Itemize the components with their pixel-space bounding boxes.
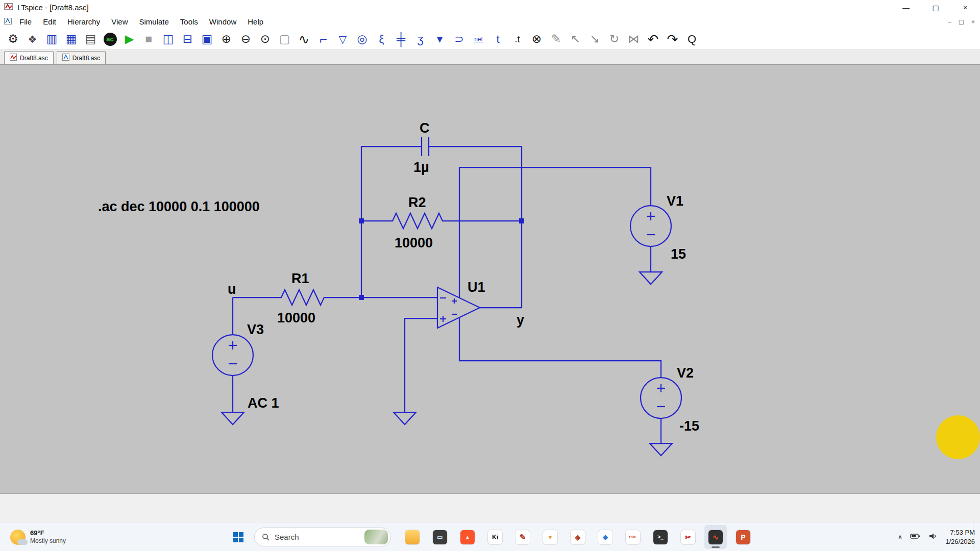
- v1-name-label[interactable]: V1: [667, 193, 683, 209]
- source-V2[interactable]: [641, 378, 681, 456]
- v2-name-label[interactable]: V2: [677, 365, 694, 381]
- clock[interactable]: 7:53 PM 1/26/2026: [945, 528, 975, 546]
- zoom-full-extents-icon[interactable]: ⊙: [256, 30, 274, 48]
- zoom-in-icon[interactable]: ⊕: [217, 30, 235, 48]
- u1-name-label[interactable]: U1: [468, 280, 485, 295]
- mdi-close-button[interactable]: ×: [971, 18, 975, 26]
- taskbar-app-ltspice[interactable]: ∿: [704, 525, 727, 549]
- inductor-icon[interactable]: ʒ: [411, 30, 429, 48]
- undo-icon[interactable]: ↶: [644, 30, 662, 48]
- zoom-out-icon[interactable]: ⊖: [237, 30, 255, 48]
- v1-value-label[interactable]: 15: [671, 246, 686, 262]
- wire-vminus[interactable]: [459, 317, 661, 378]
- drag-icon[interactable]: ↘: [586, 30, 604, 48]
- spice-directive-text[interactable]: .ac dec 10000 0.1 100000: [98, 199, 260, 214]
- ac-analysis-icon[interactable]: ac: [101, 30, 119, 48]
- taskbar-app-brave-browser[interactable]: ▲: [456, 525, 479, 549]
- ground-plus-input[interactable]: [394, 412, 416, 424]
- menu-help[interactable]: Help: [242, 17, 269, 26]
- save-icon[interactable]: ▦: [62, 30, 80, 48]
- mdi-restore-button[interactable]: ▢: [959, 18, 964, 26]
- show-desktop-button[interactable]: [973, 522, 975, 551]
- ground-icon[interactable]: ▽: [334, 30, 352, 48]
- search-icon[interactable]: Q: [683, 30, 701, 48]
- mdi-minimize-button[interactable]: –: [948, 18, 951, 26]
- component-icon[interactable]: ⊃: [450, 30, 468, 48]
- tile-vertical-icon[interactable]: ◫: [159, 30, 177, 48]
- search-box[interactable]: Search: [254, 528, 391, 546]
- net-label-y[interactable]: y: [517, 312, 524, 328]
- net-label-u[interactable]: u: [228, 282, 236, 297]
- pan-icon[interactable]: ▢: [276, 30, 293, 48]
- schematic-canvas[interactable]: .ac dec 10000 0.1 100000 C 1µ R2 10000 R…: [0, 65, 980, 493]
- r1-value-label[interactable]: 10000: [277, 310, 315, 325]
- mirror-icon[interactable]: ⋈: [625, 30, 643, 48]
- menu-file[interactable]: File: [14, 17, 37, 26]
- tile-horizontal-icon[interactable]: ⊟: [179, 30, 197, 48]
- maximize-button[interactable]: ▢: [921, 0, 950, 15]
- taskbar-app-kicad[interactable]: Ki: [484, 525, 506, 549]
- volume-icon[interactable]: [928, 533, 938, 542]
- paste-icon[interactable]: ↻: [605, 30, 623, 48]
- capacitor-icon[interactable]: ╪: [392, 30, 410, 48]
- redo-icon[interactable]: ↷: [664, 30, 681, 48]
- delete-icon[interactable]: ⊗: [528, 30, 546, 48]
- taskbar-app-pencil-tool[interactable]: ✎: [511, 525, 534, 549]
- wire-feedback-left[interactable]: [361, 146, 422, 297]
- move-icon[interactable]: ↖: [567, 30, 584, 48]
- taskbar-app-powerpoint[interactable]: P: [732, 525, 754, 549]
- menu-window[interactable]: Window: [204, 17, 242, 26]
- cap-value-label[interactable]: 1µ: [413, 160, 429, 175]
- taskbar-app-honey-jar-app[interactable]: ▼: [539, 525, 561, 549]
- resistor-R1[interactable]: [233, 290, 437, 305]
- r2-name-label[interactable]: R2: [408, 195, 426, 210]
- taskbar-app-windows-terminal[interactable]: >_: [649, 525, 672, 549]
- taskbar-app-photos[interactable]: ◆: [594, 525, 617, 549]
- new-schematic-icon[interactable]: ❖: [23, 30, 41, 48]
- control-panel-icon[interactable]: ⚙: [4, 30, 22, 48]
- source-V1[interactable]: [630, 206, 671, 284]
- halt-icon[interactable]: ■: [140, 30, 158, 48]
- menu-simulate[interactable]: Simulate: [133, 17, 174, 26]
- wire-plus-input[interactable]: [405, 318, 437, 412]
- weather-widget[interactable]: 69°F Mostly sunny: [5, 522, 71, 551]
- text-tool-icon[interactable]: t: [489, 30, 507, 48]
- source-V3[interactable]: [212, 297, 253, 424]
- wire-vplus[interactable]: [459, 167, 651, 298]
- v3-value-label[interactable]: AC 1: [248, 395, 279, 411]
- menu-edit[interactable]: Edit: [37, 17, 62, 26]
- tab-draft8-waveform[interactable]: Draft8.asc: [4, 51, 54, 64]
- voltage-source-icon[interactable]: ◎: [353, 30, 371, 48]
- start-button[interactable]: [229, 528, 248, 546]
- menu-hierarchy[interactable]: Hierarchy: [62, 17, 106, 26]
- resistor-icon[interactable]: ξ: [373, 30, 390, 48]
- battery-icon[interactable]: [910, 533, 921, 542]
- close-button[interactable]: ×: [950, 0, 980, 15]
- r1-name-label[interactable]: R1: [291, 271, 309, 286]
- tray-chevron-up-icon[interactable]: ∧: [898, 533, 903, 541]
- menu-view[interactable]: View: [106, 17, 133, 26]
- net-label-icon[interactable]: net: [470, 30, 487, 48]
- cap-name-label[interactable]: C: [420, 120, 430, 136]
- tab-draft8-schematic[interactable]: Draft8.asc: [57, 51, 106, 64]
- capacitor-C[interactable]: [422, 137, 429, 156]
- waveform-viewer-icon[interactable]: ∿: [295, 30, 313, 48]
- taskbar-app-kicad-footprint[interactable]: ◈: [567, 525, 589, 549]
- taskbar-app-virtual-machine[interactable]: ▭: [429, 525, 451, 549]
- v3-name-label[interactable]: V3: [247, 322, 264, 337]
- taskbar-app-red-utility[interactable]: ✂: [677, 525, 699, 549]
- cascade-windows-icon[interactable]: ▣: [198, 30, 216, 48]
- diode-icon[interactable]: ▾: [431, 30, 449, 48]
- wire-icon[interactable]: ⌐: [314, 30, 332, 48]
- spice-directive-icon[interactable]: .t: [508, 30, 526, 48]
- minimize-button[interactable]: —: [891, 0, 921, 15]
- search-daily-image[interactable]: [364, 530, 388, 544]
- r2-value-label[interactable]: 10000: [395, 235, 433, 251]
- taskbar-app-file-explorer[interactable]: [401, 525, 424, 549]
- run-icon[interactable]: ▶: [120, 30, 138, 48]
- taskbar-app-pdf-viewer[interactable]: PDF: [622, 525, 644, 549]
- resistor-R2[interactable]: [361, 213, 522, 229]
- menu-tools[interactable]: Tools: [175, 17, 204, 26]
- v2-value-label[interactable]: -15: [679, 418, 699, 434]
- print-icon[interactable]: ▤: [82, 30, 100, 48]
